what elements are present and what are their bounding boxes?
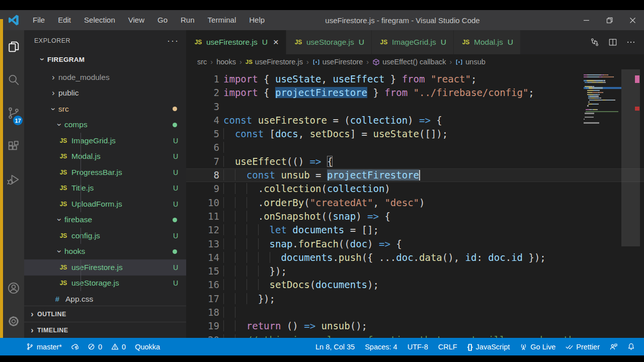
status-error[interactable]: 0 — [88, 343, 102, 351]
account-icon — [7, 281, 21, 295]
tree-item-uploadform-js[interactable]: JSUploadForm.jsU — [24, 196, 186, 212]
menu-go[interactable]: Go — [151, 10, 174, 30]
close-icon[interactable]: × — [273, 39, 279, 46]
overview-ruler-marker — [635, 75, 639, 83]
tree-item-progressbar-js[interactable]: JSProgressBar.jsU — [24, 164, 186, 180]
breadcrumb-separator: › — [210, 58, 213, 66]
code-line-12[interactable]: 12 let documents = []; — [186, 223, 644, 237]
activity-extensions[interactable] — [3, 130, 24, 163]
tree-item-firebase[interactable]: ›firebase — [24, 212, 186, 228]
action-more-actions[interactable] — [626, 37, 636, 47]
tab-usefirestore-js[interactable]: JSuseFirestore.jsU× — [186, 30, 286, 54]
tree-item-src[interactable]: ›src — [24, 101, 186, 117]
status-braces[interactable]: {}JavaScript — [467, 343, 510, 351]
code-line-7[interactable]: 7 useEffect(() => { — [186, 155, 644, 168]
code-line-3[interactable]: 3 — [186, 100, 644, 114]
line-number: 15 — [186, 264, 223, 278]
tab-modal-js[interactable]: JSModal.jsU — [454, 30, 521, 54]
minimize-button[interactable] — [575, 10, 598, 30]
activity-search[interactable] — [3, 63, 24, 97]
tree-item-config-js[interactable]: JSconfig.jsU — [24, 228, 186, 244]
minimap[interactable] — [584, 74, 621, 124]
status-branch[interactable]: master* — [26, 343, 62, 351]
code-line-4[interactable]: 4const useFirestore = (collection) => { — [186, 114, 644, 127]
action-split-editor[interactable] — [608, 37, 618, 47]
tree-item-hooks[interactable]: ›hooks — [24, 244, 186, 260]
code-editor[interactable]: 1import { useState, useEffect } from "re… — [186, 69, 644, 338]
indent-guide — [80, 196, 81, 212]
tree-item-public[interactable]: ›public — [24, 85, 186, 102]
breadcrumb-unsub[interactable]: unsub — [455, 58, 486, 66]
activity-explorer[interactable] — [3, 30, 24, 63]
status-label: UTF-8 — [408, 343, 428, 351]
status-ln-8-col-35[interactable]: Ln 8, Col 35 — [315, 343, 355, 351]
status-crlf[interactable]: CRLF — [438, 343, 457, 351]
breadcrumb-usefirestore-js[interactable]: JSuseFirestore.js — [246, 58, 303, 66]
tab-usestorage-js[interactable]: JSuseStorage.jsU — [286, 30, 372, 54]
js-file-icon: JS — [379, 39, 389, 46]
breadcrumb-hooks[interactable]: hooks — [216, 58, 236, 66]
tree-item-comps[interactable]: ›comps — [24, 117, 186, 133]
status-spaces-4[interactable]: Spaces: 4 — [365, 343, 397, 351]
code-line-18[interactable]: 18 — [186, 306, 644, 319]
code-line-13[interactable]: 13 snap.forEach((doc) => { — [186, 237, 644, 251]
code-line-15[interactable]: 15 }); — [186, 264, 644, 278]
activity-run-debug[interactable] — [3, 163, 24, 196]
symbol-variable-icon — [455, 58, 463, 66]
breadcrumb-useeffect-callback[interactable]: useEffect() callback — [372, 58, 446, 66]
code-line-6[interactable]: 6 — [186, 141, 644, 154]
breadcrumb-usefirestore[interactable]: useFirestore — [312, 58, 363, 66]
code-line-8[interactable]: 8 const unsub = projectFirestore — [186, 168, 644, 182]
code-line-5[interactable]: 5 const [docs, setDocs] = useState([]); — [186, 127, 644, 141]
restore-button[interactable] — [598, 10, 621, 30]
code-line-10[interactable]: 10 .orderBy("createdAt", "desc") — [186, 196, 644, 210]
status-quokka[interactable]: Quokka — [135, 343, 160, 351]
indent-guide — [235, 238, 247, 249]
code-line-1[interactable]: 1import { useState, useEffect } from "re… — [186, 72, 644, 86]
code-line-16[interactable]: 16 setDocs(documents); — [186, 278, 644, 292]
tree-item-node-modules[interactable]: ›node_modules — [24, 69, 186, 85]
section-outline[interactable]: ›OUTLINE — [24, 306, 186, 322]
status-utf-8[interactable]: UTF-8 — [408, 343, 428, 351]
menu-selection[interactable]: Selection — [77, 10, 122, 30]
code-line-17[interactable]: 17 }); — [186, 292, 644, 306]
tree-item-usestorage-js[interactable]: JSuseStorage.jsU — [24, 276, 186, 292]
tree-item-imagegrid-js[interactable]: JSImageGrid.jsU — [24, 133, 186, 149]
status-double-check[interactable]: Prettier — [566, 343, 600, 351]
tab-imagegrid-js[interactable]: JSImageGrid.jsU — [372, 30, 454, 54]
action-open-changes[interactable] — [590, 37, 600, 47]
status-bell[interactable] — [627, 343, 635, 350]
section-timeline[interactable]: ›TIMELINE — [24, 322, 186, 338]
chevron-right-icon: › — [28, 310, 36, 318]
close-button[interactable] — [621, 10, 644, 30]
title-bar: FileEditSelectionViewGoRunTerminalHelp u… — [0, 10, 644, 30]
menu-file[interactable]: File — [26, 10, 51, 30]
breadcrumb-src[interactable]: src — [197, 58, 207, 66]
code-line-19[interactable]: 19 return () => unsub(); — [186, 319, 644, 333]
scrollbar-thumb[interactable] — [621, 69, 640, 246]
tree-root-firegram[interactable]: › FIREGRAM — [24, 51, 186, 67]
code-line-14[interactable]: 14 documents.push({ ...doc.data(), id: d… — [186, 251, 644, 264]
status-broadcast[interactable]: Go Live — [520, 343, 555, 351]
more-actions-icon[interactable]: ··· — [167, 38, 179, 43]
tree-item-usefirestore-js[interactable]: JSuseFirestore.jsU — [24, 259, 186, 276]
menu-edit[interactable]: Edit — [51, 10, 77, 30]
code-line-20[interactable]: 20 // this is a cleanup function that re… — [186, 333, 644, 338]
js-file-icon: JS — [58, 201, 68, 208]
tree-item-app-css[interactable]: #App.css — [24, 291, 186, 306]
activity-account[interactable] — [3, 272, 24, 305]
status-feedback[interactable] — [610, 343, 617, 350]
tree-item-title-js[interactable]: JSTitle.jsU — [24, 180, 186, 197]
menu-run[interactable]: Run — [174, 10, 201, 30]
code-line-9[interactable]: 9 .collection(collection) — [186, 182, 644, 196]
activity-settings[interactable] — [3, 305, 24, 338]
line-number: 13 — [186, 237, 223, 251]
code-line-2[interactable]: 2import { projectFirestore } from "../fi… — [186, 86, 644, 100]
tree-item-modal-js[interactable]: JSModal.jsU — [24, 149, 186, 165]
code-line-11[interactable]: 11 .onSnapshot((snap) => { — [186, 210, 644, 223]
line-content: .onSnapshot((snap) => { — [223, 210, 390, 223]
status-sync[interactable] — [71, 343, 78, 350]
status-warning[interactable]: 0 — [111, 343, 126, 351]
activity-source-control[interactable]: 17 — [3, 97, 24, 130]
menu-view[interactable]: View — [122, 10, 151, 30]
